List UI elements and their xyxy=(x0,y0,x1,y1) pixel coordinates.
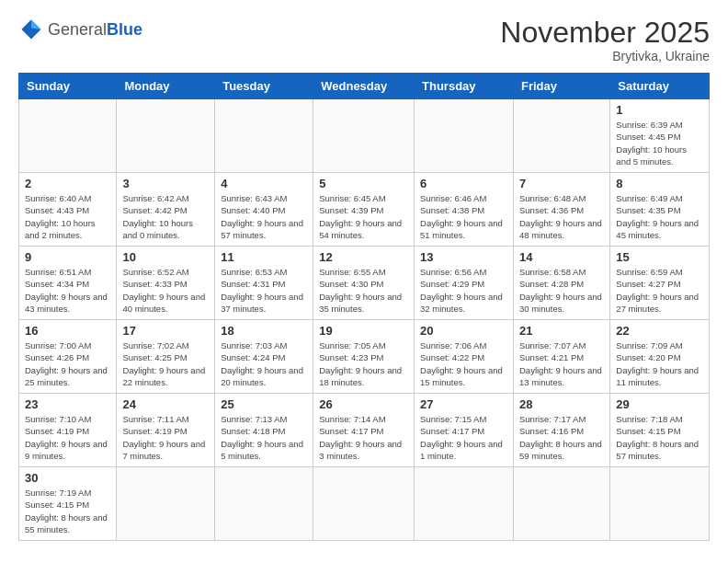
day-info: Sunrise: 6:56 AMSunset: 4:29 PMDaylight:… xyxy=(420,266,507,315)
table-row: 19Sunrise: 7:05 AMSunset: 4:23 PMDayligh… xyxy=(313,320,415,394)
header: GeneralBlue November 2025 Brytivka, Ukra… xyxy=(18,17,710,63)
day-number: 8 xyxy=(616,177,703,190)
table-row: 23Sunrise: 7:10 AMSunset: 4:19 PMDayligh… xyxy=(19,394,117,467)
weekday-header-row: Sunday Monday Tuesday Wednesday Thursday… xyxy=(19,74,710,99)
table-row: 25Sunrise: 7:13 AMSunset: 4:18 PMDayligh… xyxy=(215,394,313,467)
table-row: 28Sunrise: 7:17 AMSunset: 4:16 PMDayligh… xyxy=(513,394,609,467)
day-number: 3 xyxy=(122,177,209,190)
page: GeneralBlue November 2025 Brytivka, Ukra… xyxy=(0,0,728,550)
logo-general: General xyxy=(48,20,107,39)
day-info: Sunrise: 6:46 AMSunset: 4:38 PMDaylight:… xyxy=(420,192,507,241)
table-row: 17Sunrise: 7:02 AMSunset: 4:25 PMDayligh… xyxy=(117,320,215,394)
table-row xyxy=(313,99,415,173)
day-number: 24 xyxy=(122,397,209,411)
table-row: 16Sunrise: 7:00 AMSunset: 4:26 PMDayligh… xyxy=(19,320,117,394)
table-row xyxy=(117,467,215,541)
day-number: 11 xyxy=(221,250,307,264)
table-row xyxy=(117,99,215,173)
day-number: 13 xyxy=(420,250,507,264)
day-number: 5 xyxy=(319,177,408,190)
day-info: Sunrise: 6:58 AMSunset: 4:28 PMDaylight:… xyxy=(519,266,604,315)
header-tuesday: Tuesday xyxy=(215,74,313,99)
day-number: 28 xyxy=(519,397,604,411)
day-info: Sunrise: 7:17 AMSunset: 4:16 PMDaylight:… xyxy=(519,413,604,462)
table-row: 15Sunrise: 6:59 AMSunset: 4:27 PMDayligh… xyxy=(610,247,710,320)
svg-marker-1 xyxy=(31,20,41,30)
day-info: Sunrise: 6:43 AMSunset: 4:40 PMDaylight:… xyxy=(221,192,307,241)
day-number: 15 xyxy=(616,250,703,264)
month-title: November 2025 xyxy=(500,17,710,49)
day-number: 14 xyxy=(519,250,604,264)
table-row: 18Sunrise: 7:03 AMSunset: 4:24 PMDayligh… xyxy=(215,320,313,394)
table-row: 6Sunrise: 6:46 AMSunset: 4:38 PMDaylight… xyxy=(415,173,514,247)
day-info: Sunrise: 6:51 AMSunset: 4:34 PMDaylight:… xyxy=(25,266,110,315)
logo-blue: Blue xyxy=(107,20,142,39)
day-info: Sunrise: 7:06 AMSunset: 4:22 PMDaylight:… xyxy=(420,339,507,388)
table-row xyxy=(19,99,117,173)
calendar-week-row: 16Sunrise: 7:00 AMSunset: 4:26 PMDayligh… xyxy=(19,320,710,394)
logo-icon xyxy=(18,17,44,42)
header-saturday: Saturday xyxy=(610,74,710,99)
table-row: 4Sunrise: 6:43 AMSunset: 4:40 PMDaylight… xyxy=(215,173,313,247)
table-row: 12Sunrise: 6:55 AMSunset: 4:30 PMDayligh… xyxy=(313,247,415,320)
table-row: 8Sunrise: 6:49 AMSunset: 4:35 PMDaylight… xyxy=(610,173,710,247)
day-number: 19 xyxy=(319,324,408,338)
calendar-week-row: 30Sunrise: 7:19 AMSunset: 4:15 PMDayligh… xyxy=(19,467,710,541)
day-number: 9 xyxy=(25,250,110,264)
logo: GeneralBlue xyxy=(18,17,142,42)
day-info: Sunrise: 6:53 AMSunset: 4:31 PMDaylight:… xyxy=(221,266,307,315)
table-row xyxy=(415,99,514,173)
table-row: 10Sunrise: 6:52 AMSunset: 4:33 PMDayligh… xyxy=(117,247,215,320)
table-row xyxy=(415,467,514,541)
day-info: Sunrise: 7:13 AMSunset: 4:18 PMDaylight:… xyxy=(221,413,307,462)
day-number: 22 xyxy=(616,324,703,338)
calendar-week-row: 1Sunrise: 6:39 AMSunset: 4:45 PMDaylight… xyxy=(19,99,710,173)
title-block: November 2025 Brytivka, Ukraine xyxy=(500,17,710,63)
table-row: 21Sunrise: 7:07 AMSunset: 4:21 PMDayligh… xyxy=(513,320,609,394)
table-row: 9Sunrise: 6:51 AMSunset: 4:34 PMDaylight… xyxy=(19,247,117,320)
table-row xyxy=(610,467,710,541)
day-info: Sunrise: 7:11 AMSunset: 4:19 PMDaylight:… xyxy=(122,413,209,462)
table-row: 7Sunrise: 6:48 AMSunset: 4:36 PMDaylight… xyxy=(513,173,609,247)
table-row: 2Sunrise: 6:40 AMSunset: 4:43 PMDaylight… xyxy=(19,173,117,247)
day-info: Sunrise: 6:59 AMSunset: 4:27 PMDaylight:… xyxy=(616,266,703,315)
table-row: 14Sunrise: 6:58 AMSunset: 4:28 PMDayligh… xyxy=(513,247,609,320)
table-row xyxy=(215,99,313,173)
table-row xyxy=(513,467,609,541)
table-row: 24Sunrise: 7:11 AMSunset: 4:19 PMDayligh… xyxy=(117,394,215,467)
day-info: Sunrise: 7:07 AMSunset: 4:21 PMDaylight:… xyxy=(519,339,604,388)
day-number: 21 xyxy=(519,324,604,338)
day-number: 2 xyxy=(25,177,110,190)
day-info: Sunrise: 6:42 AMSunset: 4:42 PMDaylight:… xyxy=(122,192,209,241)
table-row: 3Sunrise: 6:42 AMSunset: 4:42 PMDaylight… xyxy=(117,173,215,247)
day-number: 27 xyxy=(420,397,507,411)
day-info: Sunrise: 6:45 AMSunset: 4:39 PMDaylight:… xyxy=(319,192,408,241)
header-wednesday: Wednesday xyxy=(313,74,415,99)
day-info: Sunrise: 7:10 AMSunset: 4:19 PMDaylight:… xyxy=(25,413,110,462)
day-info: Sunrise: 6:55 AMSunset: 4:30 PMDaylight:… xyxy=(319,266,408,315)
day-number: 17 xyxy=(122,324,209,338)
day-number: 12 xyxy=(319,250,408,264)
day-number: 30 xyxy=(25,471,110,485)
day-number: 26 xyxy=(319,397,408,411)
day-info: Sunrise: 6:48 AMSunset: 4:36 PMDaylight:… xyxy=(519,192,604,241)
table-row xyxy=(513,99,609,173)
svg-marker-2 xyxy=(22,20,32,30)
location: Brytivka, Ukraine xyxy=(500,49,710,63)
day-info: Sunrise: 7:19 AMSunset: 4:15 PMDaylight:… xyxy=(25,487,110,535)
table-row: 22Sunrise: 7:09 AMSunset: 4:20 PMDayligh… xyxy=(610,320,710,394)
table-row: 29Sunrise: 7:18 AMSunset: 4:15 PMDayligh… xyxy=(610,394,710,467)
calendar: Sunday Monday Tuesday Wednesday Thursday… xyxy=(18,73,710,541)
day-number: 10 xyxy=(122,250,209,264)
header-thursday: Thursday xyxy=(415,74,514,99)
day-info: Sunrise: 6:52 AMSunset: 4:33 PMDaylight:… xyxy=(122,266,209,315)
calendar-week-row: 2Sunrise: 6:40 AMSunset: 4:43 PMDaylight… xyxy=(19,173,710,247)
day-info: Sunrise: 7:00 AMSunset: 4:26 PMDaylight:… xyxy=(25,339,110,388)
day-info: Sunrise: 7:03 AMSunset: 4:24 PMDaylight:… xyxy=(221,339,307,388)
table-row: 27Sunrise: 7:15 AMSunset: 4:17 PMDayligh… xyxy=(415,394,514,467)
calendar-week-row: 23Sunrise: 7:10 AMSunset: 4:19 PMDayligh… xyxy=(19,394,710,467)
day-info: Sunrise: 7:15 AMSunset: 4:17 PMDaylight:… xyxy=(420,413,507,462)
header-sunday: Sunday xyxy=(19,74,117,99)
day-number: 20 xyxy=(420,324,507,338)
day-number: 23 xyxy=(25,397,110,411)
